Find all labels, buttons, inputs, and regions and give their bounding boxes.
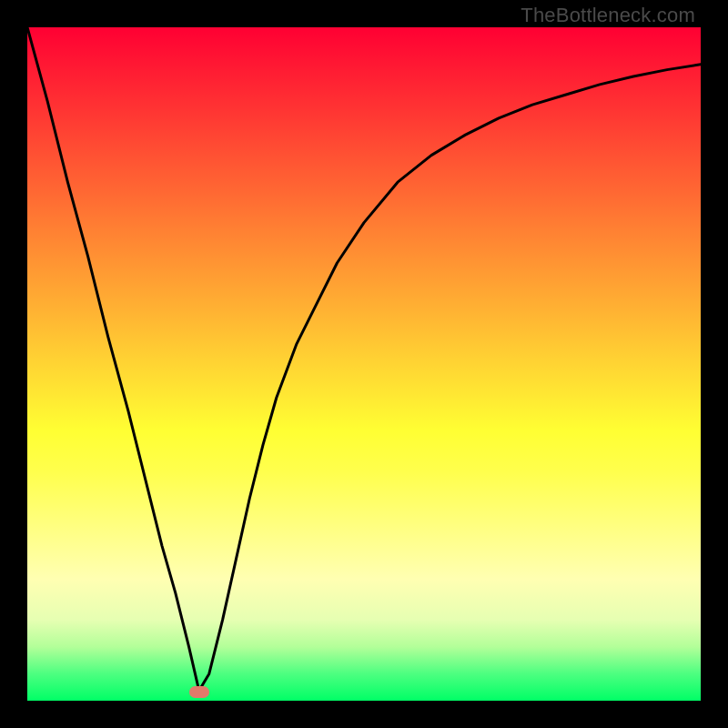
optimal-point-marker bbox=[189, 686, 209, 698]
bottleneck-curve bbox=[27, 27, 701, 701]
watermark-text: TheBottleneck.com bbox=[521, 4, 695, 27]
chart-frame: TheBottleneck.com bbox=[0, 0, 728, 728]
plot-area bbox=[27, 27, 701, 701]
